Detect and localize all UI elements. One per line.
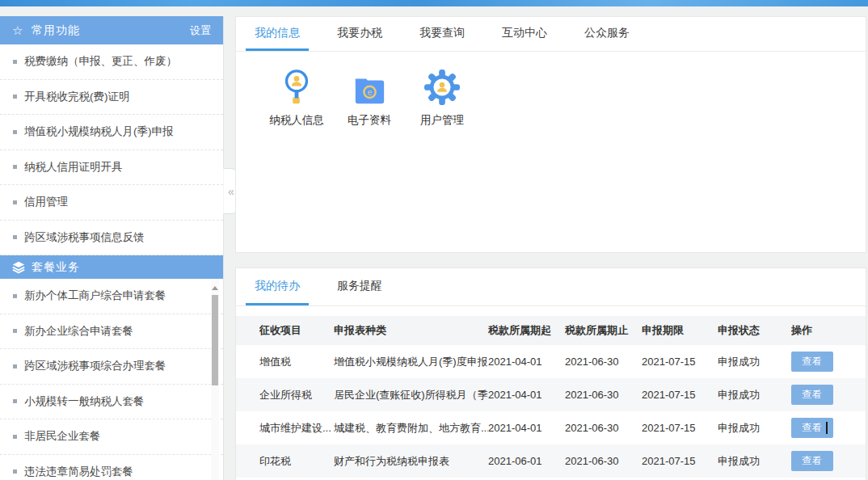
tab-tax-query[interactable]: 我要查询 xyxy=(411,17,474,51)
cell-project: 增值税 xyxy=(259,355,334,369)
table-row: 企业所得税 居民企业(查账征收)所得税月（季... 2021-04-01 202… xyxy=(236,378,866,411)
cell-status: 申报成功 xyxy=(718,355,791,369)
cell-project: 企业所得税 xyxy=(259,388,334,402)
cell-form: 城建税、教育费附加、地方教育... xyxy=(334,421,488,436)
sidebar-item-vat-small-declare[interactable]: 增值税小规模纳税人月(季)申报 xyxy=(0,115,223,150)
taxpayer-info-icon xyxy=(260,65,333,106)
view-button[interactable]: 查看 xyxy=(791,352,833,372)
scroll-up-icon[interactable] xyxy=(212,286,218,290)
sidebar-item-label: 纳税人信用证明开具 xyxy=(24,160,123,175)
cell-form: 财产和行为税纳税申报表 xyxy=(334,454,488,469)
sidebar-item-label: 增值税小规模纳税人月(季)申报 xyxy=(24,124,174,139)
sidebar-item-nonresident-package[interactable]: 非居民企业套餐 xyxy=(0,419,223,455)
chevron-double-left-icon: « xyxy=(228,185,234,198)
bullet-icon xyxy=(13,200,17,204)
sidebar: ☆ 常用功能 设置 税费缴纳（申报、更正、作废） 开具税收完税(费)证明 增值税… xyxy=(0,16,224,480)
sidebar-item-label: 跨区域涉税事项信息反馈 xyxy=(24,230,145,245)
sidebar-scrollbar[interactable] xyxy=(211,280,219,480)
shortcut-row: 纳税人信息 e 电子资料 xyxy=(236,52,866,128)
star-icon: ☆ xyxy=(12,23,32,38)
view-button[interactable]: 查看 xyxy=(791,451,833,471)
shortcut-label: 用户管理 xyxy=(406,113,478,128)
my-info-panel: 我的信息 我要办税 我要查询 互动中心 公众服务 纳税人信息 xyxy=(235,16,866,253)
cell-deadline: 2021-07-15 xyxy=(642,455,718,467)
tab-public-services[interactable]: 公众服务 xyxy=(575,17,638,51)
column-header: 税款所属期止 xyxy=(565,323,642,338)
cell-period-start: 2021-04-01 xyxy=(488,422,565,434)
sidebar-item-credit-certificate[interactable]: 纳税人信用证明开具 xyxy=(0,150,223,186)
shortcut-label: 电子资料 xyxy=(333,113,406,128)
shortcut-e-documents[interactable]: e 电子资料 xyxy=(333,65,406,128)
bullet-icon xyxy=(13,235,17,239)
cell-form: 增值税小规模纳税人月(季)度申报 xyxy=(334,355,488,369)
bullet-icon xyxy=(13,469,17,474)
layers-icon xyxy=(12,261,32,274)
text-cursor xyxy=(826,422,828,434)
shortcut-user-management[interactable]: 用户管理 xyxy=(406,65,478,128)
table-header-row: 征收项目 申报表种类 税款所属期起 税款所属期止 申报期限 申报状态 操作 xyxy=(236,316,866,345)
cell-form: 居民企业(查账征收)所得税月（季... xyxy=(334,388,488,402)
cell-project: 城市维护建设... xyxy=(259,421,334,436)
cell-status: 申报成功 xyxy=(718,421,791,436)
cell-deadline: 2021-07-15 xyxy=(642,356,718,368)
todo-tab-bar: 我的待办 服务提醒 xyxy=(236,268,866,306)
user-management-icon xyxy=(406,65,478,106)
bullet-icon xyxy=(13,364,17,368)
cell-deadline: 2021-07-15 xyxy=(642,422,718,434)
sidebar-item-tax-payment[interactable]: 税费缴纳（申报、更正、作废） xyxy=(0,44,223,80)
bullet-icon xyxy=(13,435,17,439)
sidebar-item-label: 开具税收完税(费)证明 xyxy=(24,90,130,104)
tab-my-info[interactable]: 我的信息 xyxy=(246,17,309,51)
column-header: 申报表种类 xyxy=(334,323,488,338)
bullet-icon xyxy=(13,329,17,333)
bullet-icon xyxy=(13,130,17,134)
cell-period-start: 2021-04-01 xyxy=(488,356,565,368)
sidebar-item-label: 新办个体工商户综合申请套餐 xyxy=(24,288,166,303)
scrollbar-thumb[interactable] xyxy=(212,295,218,385)
section-title: 套餐业务 xyxy=(32,260,211,275)
cell-period-start: 2021-06-01 xyxy=(488,455,565,467)
sidebar-item-small-to-general-package[interactable]: 小规模转一般纳税人套餐 xyxy=(0,385,223,420)
sidebar-item-cross-region-feedback[interactable]: 跨区域涉税事项信息反馈 xyxy=(0,221,223,256)
section-title: 常用功能 xyxy=(32,23,190,38)
e-documents-icon: e xyxy=(333,65,406,106)
table-row: 印花税 财产和行为税纳税申报表 2021-06-01 2021-06-30 20… xyxy=(236,444,866,478)
column-header: 申报期限 xyxy=(642,323,718,338)
cell-deadline: 2021-07-15 xyxy=(642,389,718,401)
tab-tax-handling[interactable]: 我要办税 xyxy=(328,17,391,51)
cell-status: 申报成功 xyxy=(718,454,791,469)
sidebar-item-cross-region-package[interactable]: 跨区域涉税事项综合办理套餐 xyxy=(0,349,223,385)
cell-project: 印花税 xyxy=(259,454,334,469)
shortcut-taxpayer-info[interactable]: 纳税人信息 xyxy=(260,65,333,128)
tab-service-reminder[interactable]: 服务提醒 xyxy=(328,268,391,305)
view-button[interactable]: 查看 xyxy=(791,385,833,405)
sidebar-item-new-enterprise-package[interactable]: 新办企业综合申请套餐 xyxy=(0,314,223,350)
sidebar-item-label: 违法违章简易处罚套餐 xyxy=(24,465,133,479)
cell-period-end: 2021-06-30 xyxy=(565,455,642,467)
tab-my-todo[interactable]: 我的待办 xyxy=(246,268,309,305)
sidebar-item-label: 新办企业综合申请套餐 xyxy=(24,324,133,339)
sidebar-item-tax-certificate[interactable]: 开具税收完税(费)证明 xyxy=(0,80,223,116)
bullet-icon xyxy=(13,95,17,99)
todo-panel: 我的待办 服务提醒 征收项目 申报表种类 税款所属期起 税款所属期止 申报期限 … xyxy=(235,267,866,480)
top-accent-bar xyxy=(0,0,868,6)
cell-period-end: 2021-06-30 xyxy=(565,389,642,401)
sidebar-item-simple-penalty-package[interactable]: 违法违章简易处罚套餐 xyxy=(0,455,223,480)
settings-button[interactable]: 设置 xyxy=(190,23,211,38)
sidebar-item-credit-management[interactable]: 信用管理 xyxy=(0,185,223,221)
column-header: 征收项目 xyxy=(259,323,334,338)
sidebar-item-new-individual-package[interactable]: 新办个体工商户综合申请套餐 xyxy=(0,279,223,314)
cell-status: 申报成功 xyxy=(718,388,791,402)
main-tab-bar: 我的信息 我要办税 我要查询 互动中心 公众服务 xyxy=(236,17,866,52)
svg-text:e: e xyxy=(368,87,373,97)
cell-period-start: 2021-04-01 xyxy=(488,389,565,401)
todo-table: 征收项目 申报表种类 税款所属期起 税款所属期止 申报期限 申报状态 操作 增值… xyxy=(236,316,866,478)
bullet-icon xyxy=(13,294,17,298)
bullet-icon xyxy=(13,399,17,403)
sidebar-section-common-functions-header: ☆ 常用功能 设置 xyxy=(0,16,223,44)
sidebar-item-label: 税费缴纳（申报、更正、作废） xyxy=(24,54,177,69)
column-header: 操作 xyxy=(791,323,866,338)
tab-interaction-center[interactable]: 互动中心 xyxy=(493,17,556,51)
sidebar-section-package-services-header: 套餐业务 xyxy=(0,255,223,279)
table-row: 城市维护建设... 城建税、教育费附加、地方教育... 2021-04-01 2… xyxy=(236,411,866,444)
